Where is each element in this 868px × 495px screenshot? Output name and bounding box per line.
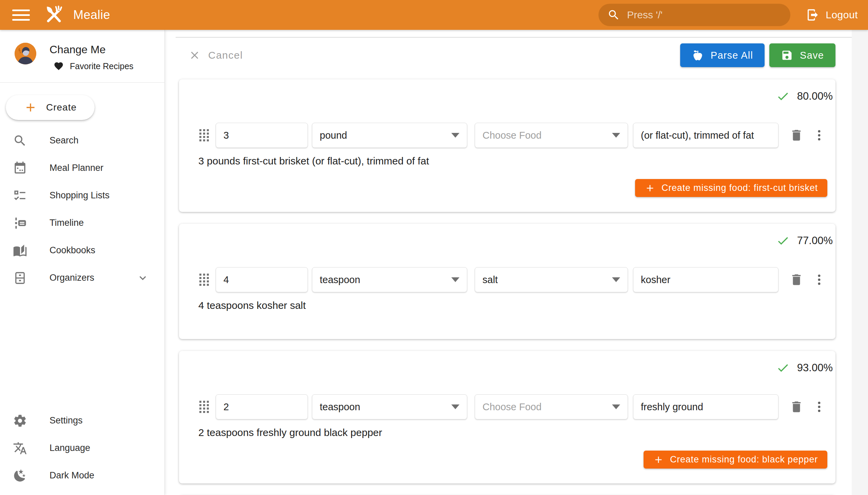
confidence-value: 93.00% [797, 362, 833, 374]
cancel-button[interactable]: Cancel [179, 44, 250, 67]
magnify-icon [13, 134, 27, 148]
favorite-recipes-label: Favorite Recipes [70, 62, 134, 71]
food-select[interactable] [475, 267, 628, 292]
logout-button[interactable]: Logout [806, 8, 858, 22]
drag-handle-icon[interactable] [199, 129, 209, 141]
sidebar-item-organizers[interactable]: Organizers [0, 264, 164, 292]
search-input[interactable]: Press '/' [598, 4, 790, 26]
drag-handle-icon[interactable] [199, 401, 209, 413]
ingredient-card: 77.00% 4 teaspoons kosher salt [179, 224, 835, 339]
logout-icon [806, 8, 819, 22]
note-input[interactable] [641, 274, 771, 286]
quantity-input[interactable] [223, 274, 300, 286]
sidebar-item-search[interactable]: Search [0, 127, 164, 154]
sidebar-item-label: Organizers [50, 273, 94, 283]
search-placeholder: Press '/' [627, 9, 663, 21]
unit-select[interactable] [312, 267, 467, 292]
unit-input[interactable] [320, 274, 447, 286]
unit-input[interactable] [320, 402, 447, 413]
parse-all-button[interactable]: Parse All [680, 44, 765, 67]
sidebar-item-label: Shopping Lists [50, 190, 109, 201]
note-input[interactable] [641, 130, 771, 141]
drag-handle-icon[interactable] [199, 274, 209, 286]
sidebar-item-label: Meal Planner [50, 163, 103, 173]
confidence-value: 77.00% [797, 235, 833, 247]
moon-icon [13, 468, 27, 483]
note-input[interactable] [641, 402, 771, 413]
sidebar-item-meal-planner[interactable]: Meal Planner [0, 154, 164, 182]
check-icon [776, 234, 790, 248]
quantity-input[interactable] [223, 402, 300, 413]
ingredient-inputs-row [179, 394, 835, 420]
food-select[interactable] [475, 123, 628, 148]
unit-input[interactable] [320, 130, 447, 141]
food-input[interactable] [482, 130, 608, 141]
sidebar-item-settings[interactable]: Settings [0, 407, 164, 434]
mealie-logo-icon [44, 4, 64, 25]
confidence-row: 80.00% [179, 79, 835, 104]
delete-icon[interactable] [789, 128, 804, 142]
book-open-icon [13, 243, 27, 258]
kebab-menu-icon[interactable] [812, 129, 826, 142]
close-icon [188, 49, 201, 62]
kebab-menu-icon[interactable] [812, 273, 826, 287]
unit-select[interactable] [312, 123, 467, 148]
sidebar-item-cookbooks[interactable]: Cookbooks [0, 237, 164, 264]
calendar-icon [13, 161, 27, 175]
scrollbar-gutter[interactable] [852, 30, 868, 495]
save-button[interactable]: Save [769, 44, 835, 67]
original-ingredient-text: 2 teaspoons freshly ground black pepper [198, 427, 826, 440]
heart-icon [54, 61, 64, 71]
sidebar-item-label: Search [50, 135, 79, 146]
note-field[interactable] [633, 123, 779, 148]
user-profile[interactable]: Change Me Favorite Recipes [0, 30, 165, 82]
save-label: Save [800, 50, 824, 61]
quantity-input[interactable] [223, 130, 300, 141]
check-icon [776, 89, 790, 103]
top-app-bar: Mealie Press '/' Logout [0, 0, 868, 30]
note-field[interactable] [633, 267, 779, 292]
quantity-field[interactable] [216, 267, 308, 292]
sidebar-item-label: Cookbooks [50, 245, 95, 256]
delete-icon[interactable] [789, 273, 804, 287]
sidebar-footer-nav: Settings Language Dark Mode [0, 407, 164, 489]
quantity-field[interactable] [216, 394, 308, 420]
sidebar-item-dark-mode[interactable]: Dark Mode [0, 462, 164, 489]
create-button[interactable]: Create [6, 95, 95, 120]
dropdown-arrow-icon [451, 277, 459, 282]
sidebar-item-label: Language [50, 443, 90, 453]
confidence-row: 77.00% [179, 224, 835, 248]
ingredient-cards: 80.00% 3 pounds first-cut brisket (or fl… [179, 79, 835, 495]
sidebar-item-shopping-lists[interactable]: Shopping Lists [0, 182, 164, 209]
menu-icon[interactable] [12, 8, 30, 22]
create-missing-food-button[interactable]: Create missing food: black pepper [644, 450, 827, 468]
sidebar-item-timeline[interactable]: Timeline [0, 209, 164, 237]
create-missing-food-label: Create missing food: black pepper [670, 454, 818, 465]
apple-icon [692, 49, 704, 62]
checklist-icon [13, 188, 27, 203]
kebab-menu-icon[interactable] [812, 400, 826, 414]
original-ingredient-text: 4 teaspoons kosher salt [198, 300, 826, 312]
ingredient-card: 80.00% 3 pounds first-cut brisket (or fl… [179, 79, 835, 212]
sidebar-divider [0, 82, 165, 83]
logout-label: Logout [826, 9, 858, 21]
plus-icon [653, 454, 664, 465]
dropdown-arrow-icon [612, 277, 620, 282]
quantity-field[interactable] [216, 123, 308, 148]
food-input[interactable] [482, 402, 608, 413]
note-field[interactable] [633, 394, 779, 420]
chevron-down-icon [136, 272, 149, 285]
dropdown-arrow-icon [612, 405, 620, 409]
sidebar-item-language[interactable]: Language [0, 434, 164, 462]
timeline-icon [13, 216, 27, 230]
food-input[interactable] [482, 274, 608, 286]
unit-select[interactable] [312, 394, 467, 420]
plus-icon [645, 183, 656, 193]
translate-icon [13, 441, 27, 455]
delete-icon[interactable] [789, 400, 804, 414]
confidence-value: 80.00% [797, 90, 833, 102]
parser-toolbar: Cancel Parse All Save [179, 44, 835, 67]
create-missing-food-button[interactable]: Create missing food: first-cut brisket [635, 179, 827, 197]
favorite-recipes-link[interactable]: Favorite Recipes [54, 61, 134, 71]
food-select[interactable] [475, 394, 628, 420]
